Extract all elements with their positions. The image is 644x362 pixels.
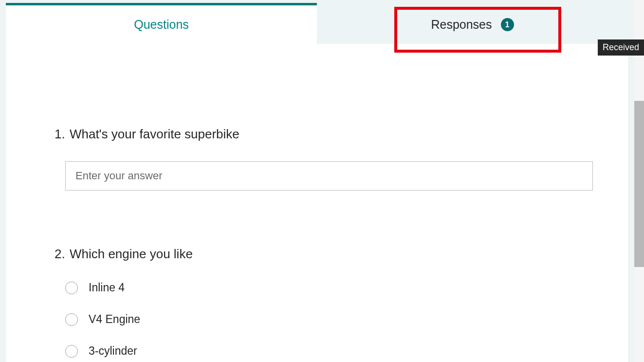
tab-questions-label: Questions <box>134 18 189 32</box>
responses-count-badge: 1 <box>501 18 514 31</box>
tabs-bar: Questions Responses 1 <box>6 3 628 44</box>
option-row[interactable]: Inline 4 <box>65 281 579 294</box>
question-number: 2. <box>55 247 65 261</box>
tab-responses-label: Responses <box>431 18 492 32</box>
option-label: 3-cylinder <box>89 344 137 358</box>
question-title: 2. Which engine you like <box>55 247 579 262</box>
received-tooltip: Received <box>598 39 644 56</box>
question-title: 1. What's your favorite superbike <box>55 127 579 142</box>
option-row[interactable]: 3-cylinder <box>65 344 579 358</box>
question-text: What's your favorite superbike <box>70 127 239 141</box>
question-text: Which engine you like <box>70 247 193 261</box>
radio-icon[interactable] <box>65 282 78 294</box>
tab-responses-inner: Responses 1 <box>431 18 514 32</box>
answer-input[interactable] <box>65 161 593 191</box>
content-area: 1. What's your favorite superbike 2. Whi… <box>6 44 628 358</box>
page-background: Questions Responses 1 1. What's your fav… <box>0 0 644 362</box>
tab-questions[interactable]: Questions <box>6 3 317 44</box>
radio-icon[interactable] <box>65 313 78 326</box>
option-row[interactable]: V4 Engine <box>65 313 579 326</box>
scrollbar-thumb[interactable] <box>634 101 644 267</box>
tab-responses[interactable]: Responses 1 <box>317 3 628 44</box>
option-label: V4 Engine <box>89 313 140 326</box>
form-container: Questions Responses 1 1. What's your fav… <box>6 3 628 362</box>
option-label: Inline 4 <box>89 281 125 294</box>
question-number: 1. <box>55 127 65 141</box>
question-block-1: 1. What's your favorite superbike <box>55 127 579 191</box>
radio-icon[interactable] <box>65 345 78 358</box>
question-block-2: 2. Which engine you like Inline 4 V4 Eng… <box>55 247 579 358</box>
